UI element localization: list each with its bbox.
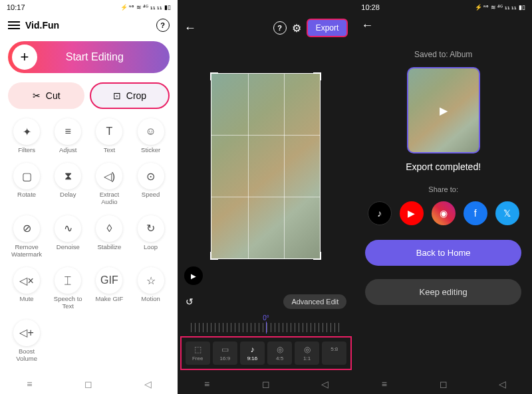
tool-label: Speech toText	[54, 296, 82, 310]
status-bar: 10:28 ⚡ ᶰᵒ ≋ ⁴ᴳ ₁₁ ₁₁ ▮▯	[354, 0, 532, 15]
done-header: ←	[354, 15, 532, 37]
nav-home-icon[interactable]: ◻	[82, 378, 94, 390]
tool-icon: ⌶	[55, 267, 81, 294]
ratio-4-5[interactable]: ◎ 4:5	[267, 342, 292, 365]
share-youtube-button[interactable]: ▶	[400, 201, 424, 225]
tool-label: Delay	[60, 191, 76, 199]
back-icon[interactable]: ←	[184, 21, 196, 35]
help-icon[interactable]: ?	[273, 21, 287, 35]
status-bar	[178, 0, 355, 15]
tool-icon: ∿	[55, 215, 81, 242]
tool-delay[interactable]: ⧗ Delay	[48, 163, 88, 212]
tool-label: Make GIF	[96, 296, 124, 303]
plus-icon: +	[12, 45, 37, 70]
rotation-ruler[interactable]	[191, 323, 342, 332]
tool-label: ExtractAudio	[100, 191, 120, 206]
editor-header: ← ? ⚙ Export	[178, 15, 355, 41]
tool-make-gif[interactable]: GIF Make GIF	[89, 267, 129, 316]
tool-icon: ☆	[138, 267, 164, 294]
tool-rotate[interactable]: ▢ Rotate	[7, 163, 47, 212]
tool-filters[interactable]: ✦ Filters	[7, 118, 47, 160]
controls-row: ↺ Advanced Edit	[178, 290, 355, 313]
nav-recent-icon[interactable]: ≡	[201, 378, 213, 390]
ratio-Free[interactable]: ⬚ Free	[186, 342, 210, 365]
tool-icon: ⊘	[13, 215, 40, 242]
start-editing-button[interactable]: + Start Editing	[8, 41, 170, 73]
export-button[interactable]: Export	[307, 19, 348, 37]
undo-icon[interactable]: ↺	[186, 296, 194, 307]
ratio-icon: ♪	[250, 345, 254, 354]
share-twitter-button[interactable]: 𝕏	[495, 201, 519, 225]
tool-denoise[interactable]: ∿ Denoise	[48, 215, 88, 264]
ratio-16-9[interactable]: ▭ 16:9	[213, 342, 237, 365]
screen-editor: ← ? ⚙ Export ▶ ↺ Advanced Edit 0° ⬚ Free…	[178, 0, 355, 394]
tool-text[interactable]: T Text	[89, 118, 129, 160]
keep-editing-button[interactable]: Keep editing	[365, 279, 521, 305]
start-editing-label: Start Editing	[37, 51, 166, 63]
tool-speech-to-text[interactable]: ⌶ Speech toText	[48, 267, 88, 316]
back-to-home-button[interactable]: Back to Home	[365, 240, 521, 266]
tool-label: Denoise	[57, 244, 80, 251]
nav-bar: ≡ ◻ ◁	[0, 374, 178, 394]
status-icons: ⚡ ᶰᵒ ≋ ⁴ᴳ ₁₁ ₁₁ ▮▯	[120, 4, 171, 11]
tool-icon: ◊	[96, 215, 122, 242]
ratio-9-16[interactable]: ♪ 9:16	[240, 342, 265, 365]
share-facebook-button[interactable]: f	[464, 201, 487, 225]
tool-label: Sticker	[141, 147, 160, 154]
ratio-icon: ◎	[277, 345, 283, 354]
ratio-label: 9:16	[247, 355, 258, 361]
menu-icon[interactable]	[8, 21, 20, 29]
status-bar: 10:17 ⚡ ᶰᵒ ≋ ⁴ᴳ ₁₁ ₁₁ ▮▯	[0, 0, 178, 15]
screen-export-done: 10:28 ⚡ ᶰᵒ ≋ ⁴ᴳ ₁₁ ₁₁ ▮▯ ← Saved to: Alb…	[354, 0, 532, 394]
tool-icon: ◁×	[13, 267, 40, 294]
tool-speed[interactable]: ⊙ Speed	[130, 163, 170, 212]
nav-back-icon[interactable]: ◁	[319, 378, 331, 390]
tool-mute[interactable]: ◁× Mute	[7, 267, 47, 316]
advanced-edit-button[interactable]: Advanced Edit	[283, 294, 346, 309]
back-icon[interactable]: ←	[361, 19, 373, 33]
ratio-label: 5:8	[331, 346, 338, 352]
ratio-label: 1:1	[303, 355, 311, 361]
crop-icon: ⊡	[113, 90, 121, 101]
help-icon[interactable]: ?	[156, 19, 170, 32]
tool-label: Mute	[20, 296, 34, 303]
tool-motion[interactable]: ☆ Motion	[130, 267, 170, 316]
tool-label: Loop	[144, 244, 158, 251]
nav-recent-icon[interactable]: ≡	[23, 378, 35, 390]
nav-back-icon[interactable]: ◁	[497, 378, 509, 390]
tool-sticker[interactable]: ☺ Sticker	[130, 118, 170, 160]
ratio-1-1[interactable]: ◎ 1:1	[295, 342, 319, 365]
video-preview[interactable]: ▶	[178, 41, 355, 290]
tool-icon: T	[96, 118, 122, 145]
nav-home-icon[interactable]: ◻	[438, 378, 450, 390]
nav-back-icon[interactable]: ◁	[142, 378, 154, 390]
tool-boost-volume[interactable]: ◁+ BoostVolume	[7, 320, 47, 369]
share-instagram-button[interactable]: ◉	[432, 201, 456, 225]
play-icon: ▶	[440, 104, 448, 117]
cut-label: Cut	[46, 90, 61, 101]
share-to-label: Share to:	[428, 185, 458, 193]
status-icons: ⚡ ᶰᵒ ≋ ⁴ᴳ ₁₁ ₁₁ ▮▯	[475, 4, 525, 11]
share-row: ♪▶◉f𝕏	[368, 201, 519, 225]
tool-extract-audio[interactable]: ◁) ExtractAudio	[89, 163, 129, 212]
aspect-ratio-bar: ⬚ Free▭ 16:9♪ 9:16◎ 4:5◎ 1:1 5:8	[180, 336, 352, 370]
nav-home-icon[interactable]: ◻	[260, 378, 272, 390]
tool-stabilize[interactable]: ◊ Stabilize	[89, 215, 129, 264]
crop-button[interactable]: ⊡ Crop	[90, 82, 169, 109]
nav-recent-icon[interactable]: ≡	[378, 378, 390, 390]
crop-frame[interactable]	[211, 73, 321, 259]
tool-icon: ⧗	[55, 163, 81, 189]
tool-remove-watermark[interactable]: ⊘ RemoveWatermark	[7, 215, 47, 264]
gear-icon[interactable]: ⚙	[292, 22, 301, 35]
crop-label: Crop	[126, 90, 146, 101]
status-time: 10:17	[7, 3, 25, 11]
cut-button[interactable]: ✂ Cut	[8, 82, 84, 109]
play-button[interactable]: ▶	[184, 266, 203, 285]
tool-adjust[interactable]: ≡ Adjust	[48, 118, 88, 160]
tool-label: Text	[104, 147, 115, 154]
video-thumbnail[interactable]: ▶	[407, 67, 480, 153]
share-tiktok-button[interactable]: ♪	[368, 201, 392, 225]
tool-loop[interactable]: ↻ Loop	[130, 215, 170, 264]
ratio-5-8[interactable]: 5:8	[322, 342, 346, 365]
status-time: 10:28	[361, 3, 380, 11]
